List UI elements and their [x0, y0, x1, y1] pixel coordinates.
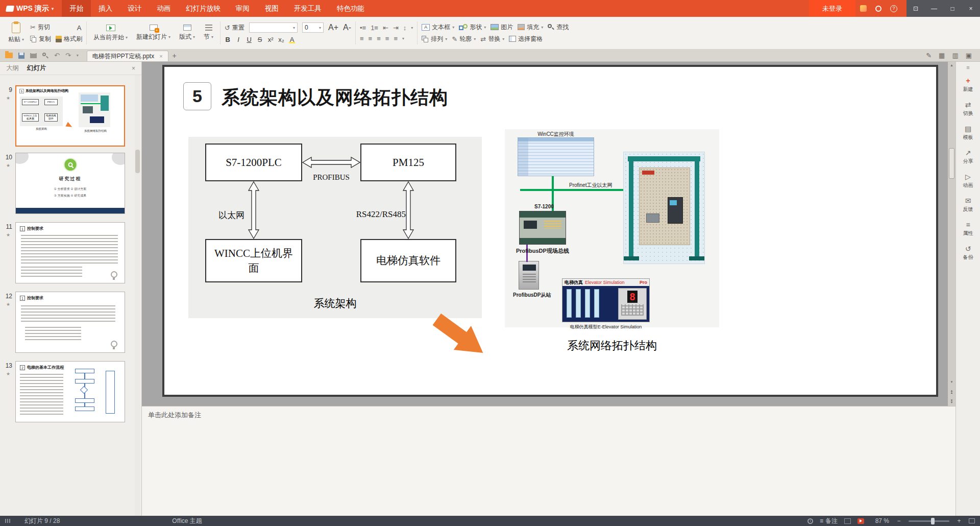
font-name-select[interactable]: ▾	[249, 22, 298, 33]
slide-thumbnail-10[interactable]: 10 ★ 研究过程 ① 分析要求 ② 设计方案 ③ 方案实施 ④ 研究成果	[0, 153, 142, 215]
tab-design[interactable]: 设计	[120, 0, 149, 17]
slide-thumbnail-11[interactable]: 11 ★ 1控制要求	[0, 222, 142, 284]
layout-button[interactable]: 版式▾	[177, 23, 198, 42]
distribute-button[interactable]: ≡	[394, 35, 398, 42]
notes-pane[interactable]: 单击此处添加备注	[142, 406, 955, 516]
fit-slide-icon[interactable]	[969, 518, 975, 523]
save-icon[interactable]	[18, 53, 24, 59]
theme-label[interactable]: Office 主题	[172, 517, 202, 525]
scrollbar-thumb[interactable]	[135, 150, 140, 173]
architecture-diagram[interactable]: S7-1200PLC PM125 WINCC上位机界面 电梯仿真软件 PROFI…	[188, 137, 482, 318]
topology-caption[interactable]: 系统网络拓扑结构	[505, 338, 719, 353]
increase-font-button[interactable]: A+	[328, 23, 338, 32]
diagram-box-plc[interactable]: S7-1200PLC	[205, 144, 302, 181]
tab-slides[interactable]: 幻灯片	[27, 64, 46, 73]
reset-button[interactable]: ↺重置	[225, 23, 244, 32]
decrease-font-button[interactable]: A-	[343, 23, 351, 32]
highlight-color-button[interactable]: A	[289, 36, 295, 43]
section-button[interactable]: 节▾	[201, 23, 216, 42]
skin-theme-button[interactable]	[855, 0, 871, 17]
maximize-button[interactable]: □	[943, 0, 962, 17]
tab-slideshow[interactable]: 幻灯片放映	[178, 0, 228, 17]
thumbnail-preview[interactable]: 1控制要求	[15, 292, 125, 353]
arrange-button[interactable]: 排列▾	[422, 35, 447, 43]
pen-tool-icon[interactable]: ✎	[926, 52, 932, 59]
print-icon[interactable]	[30, 53, 37, 58]
app-logo[interactable]: WPS 演示 ▾	[0, 0, 60, 17]
zoom-out-button[interactable]: −	[896, 517, 902, 524]
fill-button[interactable]: 填充▾	[518, 23, 543, 32]
diagram-box-wincc[interactable]: WINCC上位机界面	[205, 239, 302, 282]
scroll-down-button[interactable]: ▼	[948, 377, 955, 387]
shape-button[interactable]: 形状▾	[459, 23, 486, 32]
slide-thumbnail-13[interactable]: 13 ★ 2电梯的基本工作流程	[0, 361, 142, 423]
new-tab-button[interactable]: +	[168, 50, 181, 61]
align-center-button[interactable]: ≡	[369, 35, 373, 42]
selection-pane-button[interactable]: 选择窗格	[509, 35, 543, 43]
sidebar-item-feedback[interactable]: ✉反馈	[956, 193, 980, 217]
help-button[interactable]: ?	[886, 0, 901, 17]
open-folder-icon[interactable]	[5, 53, 13, 58]
print-preview-icon[interactable]	[42, 53, 48, 59]
diagram-box-sim[interactable]: 电梯仿真软件	[360, 239, 456, 282]
thumbnail-preview[interactable]: 2电梯的基本工作流程	[15, 361, 125, 422]
assistant-button[interactable]	[871, 0, 886, 17]
zoom-slider-thumb[interactable]	[931, 518, 935, 524]
minimize-button[interactable]: —	[925, 0, 943, 17]
zoom-slider[interactable]	[909, 520, 949, 522]
align-right-button[interactable]: ≡	[377, 35, 381, 42]
line-spacing-button[interactable]: ↕	[403, 24, 407, 32]
font-size-select[interactable]: 0▾	[302, 22, 324, 33]
label-profibus[interactable]: PROFIBUS	[302, 173, 360, 182]
tab-view[interactable]: 视图	[257, 0, 286, 17]
slide-number-box[interactable]: 5	[183, 82, 211, 110]
close-button[interactable]: ×	[962, 0, 980, 17]
canvas-scrollbar[interactable]: ▲ ▼ ▲▲ ▼▼	[948, 62, 955, 406]
align-left-button[interactable]: ≡	[360, 35, 364, 42]
sidebar-item-backup[interactable]: ↺备份	[956, 241, 980, 265]
tab-features[interactable]: 特色功能	[329, 0, 372, 17]
sidebar-item-share[interactable]: ↗分享	[956, 145, 980, 169]
slide[interactable]: 5 系统架构以及网络拓扑结构 S7-1200PLC PM125 WINCC上位机…	[162, 65, 938, 397]
tab-insert[interactable]: 插入	[91, 0, 120, 17]
label-rs485[interactable]: RS422/RS485	[350, 209, 406, 220]
superscript-button[interactable]: x²	[267, 36, 274, 43]
find-button[interactable]: 查找	[548, 23, 569, 32]
tab-review[interactable]: 审阅	[228, 0, 257, 17]
slide-title[interactable]: 系统架构以及网络拓扑结构	[222, 85, 448, 110]
sidebar-item-animation[interactable]: ▷动画	[956, 169, 980, 193]
strikethrough-button[interactable]: S	[257, 36, 263, 43]
font-color-button[interactable]: A	[53, 24, 105, 50]
close-tab-icon[interactable]: ×	[159, 53, 162, 59]
numbered-list-button[interactable]: 1≡	[371, 24, 378, 32]
scrollbar-thumb[interactable]	[949, 148, 954, 179]
panel-scrollbar[interactable]	[135, 75, 140, 516]
bullet-list-button[interactable]: •≡	[360, 24, 366, 32]
notes-toggle-button[interactable]: ≡备注	[820, 517, 838, 525]
tab-home[interactable]: 开始	[62, 0, 91, 17]
subscript-button[interactable]: x₂	[278, 36, 284, 43]
close-panel-icon[interactable]: ×	[132, 65, 135, 72]
window-layout-button[interactable]: ⊡	[906, 0, 925, 17]
topology-diagram[interactable]: WinCC监控环境 Profinet工业以太网 S7-1200 Profibus…	[505, 129, 719, 327]
new-slide-button[interactable]: + 新建幻灯片▾	[134, 23, 173, 42]
diagram-box-pm125[interactable]: PM125	[360, 144, 456, 181]
sidebar-collapse-icon[interactable]: ≡	[956, 62, 980, 73]
picture-button[interactable]: 图片	[491, 23, 513, 32]
sidebar-item-switch[interactable]: ⇄切换	[956, 97, 980, 121]
chevron-down-icon[interactable]: ▾	[77, 53, 79, 58]
slide-thumbnail-12[interactable]: 12 ★ 1控制要求	[0, 292, 142, 354]
decrease-indent-button[interactable]: ⇤	[383, 24, 388, 32]
scroll-up-icon[interactable]: ▲	[948, 62, 955, 69]
columns-tool-icon[interactable]: ▥	[952, 52, 958, 59]
thumbnail-preview[interactable]: 5系统架构以及网络拓扑结构 S7-1200PLC PM125 WINCC上位机界…	[15, 85, 125, 147]
sidebar-item-properties[interactable]: ≡属性	[956, 217, 980, 241]
slideshow-button[interactable]	[857, 518, 864, 524]
tab-outline[interactable]: 大纲	[6, 64, 19, 73]
sidebar-item-template[interactable]: ▤模板	[956, 121, 980, 145]
undo-icon[interactable]: ↶	[54, 52, 60, 59]
outline-button[interactable]: ✎轮廓▾	[452, 35, 476, 43]
screen-tool-icon[interactable]: ▣	[966, 52, 972, 59]
textbox-button[interactable]: A文本框▾	[422, 23, 454, 32]
underline-button[interactable]: U	[246, 36, 252, 43]
